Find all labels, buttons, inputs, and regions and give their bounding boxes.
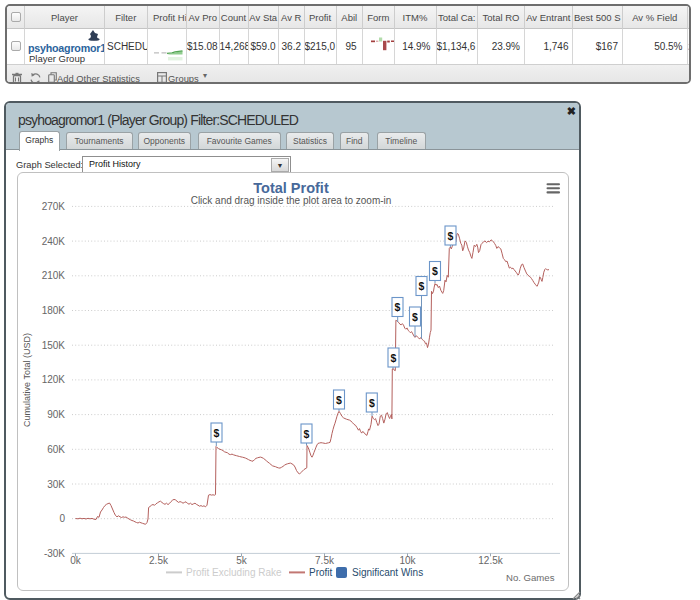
svg-text:$: $ [419, 280, 425, 292]
svg-text:60K: 60K [47, 444, 65, 455]
svg-text:$: $ [304, 428, 310, 440]
svg-text:No. Games: No. Games [506, 572, 555, 583]
svg-text:$: $ [412, 311, 418, 323]
svg-text:120K: 120K [42, 374, 66, 385]
svg-text:Cumulative Total (USD): Cumulative Total (USD) [22, 333, 32, 427]
svg-text:Significant Wins: Significant Wins [352, 567, 423, 578]
svg-text:$: $ [391, 352, 397, 364]
svg-text:240K: 240K [42, 236, 66, 247]
svg-text:5k: 5k [236, 555, 248, 566]
svg-text:90K: 90K [47, 409, 65, 420]
svg-text:$: $ [395, 301, 401, 313]
svg-text:30K: 30K [47, 479, 65, 490]
svg-text:180K: 180K [42, 305, 66, 316]
svg-text:0k: 0k [70, 555, 82, 566]
svg-text:Total Profit: Total Profit [253, 180, 329, 196]
svg-text:Click and drag inside the plot: Click and drag inside the plot area to z… [191, 195, 392, 206]
svg-text:$: $ [336, 394, 342, 406]
svg-text:210K: 210K [42, 270, 66, 281]
svg-text:2.5k: 2.5k [149, 555, 169, 566]
svg-text:7.5k: 7.5k [315, 555, 335, 566]
svg-text:$: $ [448, 230, 454, 242]
svg-text:-30K: -30K [44, 548, 65, 559]
svg-text:$: $ [432, 265, 438, 277]
svg-text:Profit Excluding Rake: Profit Excluding Rake [186, 567, 282, 578]
svg-text:150K: 150K [42, 340, 66, 351]
svg-text:$: $ [369, 397, 375, 409]
svg-text:10k: 10k [399, 555, 416, 566]
svg-text:Profit: Profit [309, 567, 333, 578]
svg-text:270K: 270K [42, 201, 66, 212]
svg-text:0: 0 [59, 513, 65, 524]
svg-text:12.5k: 12.5k [478, 555, 503, 566]
svg-text:$: $ [214, 427, 220, 439]
